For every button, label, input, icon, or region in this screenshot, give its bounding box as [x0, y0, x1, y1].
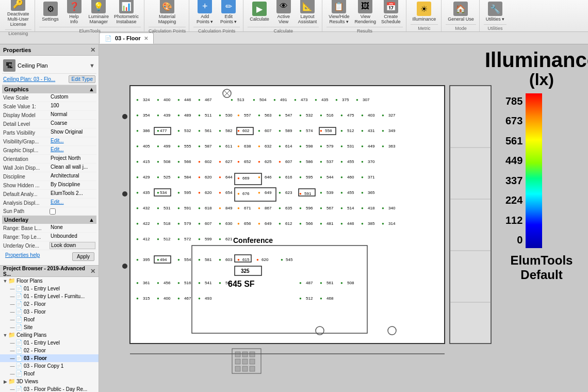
illuminance-button[interactable]: ☀ Illuminance: [411, 1, 438, 23]
svg-text:508: 508: [164, 159, 171, 164]
svg-text:589: 589: [285, 128, 292, 133]
apply-button[interactable]: Apply: [72, 252, 94, 261]
edit-type-button[interactable]: Edit Type: [69, 75, 95, 83]
tree-item[interactable]: — 📄 02 - Floor: [0, 300, 99, 308]
svg-text:494: 494: [160, 257, 167, 262]
graphics-collapse[interactable]: ▲: [89, 86, 94, 92]
tree-item[interactable]: — 📄 01 - Entry Level - Furnitu...: [0, 292, 99, 300]
underlay-ori-value[interactable]: Look down: [50, 242, 95, 249]
graphic-disp-edit-button[interactable]: Edit...: [50, 146, 95, 154]
general-use-button[interactable]: 🏠 General Use: [446, 1, 476, 23]
analysis-disp-edit-button[interactable]: Edit...: [50, 199, 95, 206]
svg-text:●: ●: [320, 281, 322, 285]
deactivate-button[interactable]: 🔑 DeactivateMulti-UserLicense: [5, 0, 31, 28]
detail-level-value[interactable]: Coarse: [50, 120, 95, 127]
photometric-button[interactable]: 📊 PhotometricInstabase: [112, 0, 141, 26]
tree-item[interactable]: ▼ 📁 Floor Plans: [0, 277, 99, 285]
material-mapping-button[interactable]: 🎨 MaterialMapping: [156, 0, 178, 26]
view-hide-button[interactable]: 📋 View/HideResults ▾: [326, 0, 351, 26]
svg-text:●: ●: [299, 159, 302, 164]
wall-join-row: Wall Join Disp... Clean all wall j...: [2, 164, 96, 172]
type-dropdown-arrow[interactable]: ▼: [89, 62, 95, 69]
display-model-value[interactable]: Normal: [50, 111, 95, 119]
tree-item[interactable]: — 📄 01 - Entry Level: [0, 285, 99, 292]
discipline-value[interactable]: Architectural: [50, 173, 95, 180]
add-points-button[interactable]: + AddPoints ▾: [193, 0, 216, 26]
tree-item-icon: 📄: [15, 308, 23, 315]
luminaire-manager-button[interactable]: 💡 LuminaireManager: [87, 0, 111, 26]
svg-text:386: 386: [143, 128, 150, 133]
create-schedule-button[interactable]: 📅 CreateSchedule: [379, 0, 403, 26]
tree-item[interactable]: — 📄 03 - Floor Copy 1: [0, 362, 99, 370]
utilities-button[interactable]: 🔧 Utilities ▾: [484, 1, 507, 23]
edit-points-button[interactable]: ✏ EditPoints ▾: [217, 0, 240, 26]
default-analy-value[interactable]: ElumTools 2...: [50, 190, 95, 198]
properties-help-link[interactable]: Properties help: [4, 252, 70, 261]
tree-item[interactable]: — 📄 Roof: [0, 316, 99, 323]
settings-button[interactable]: ⚙ Settings: [39, 1, 62, 23]
tree-item[interactable]: ▶ 📁 3D Views: [0, 378, 99, 385]
svg-text:●: ●: [320, 190, 322, 195]
tree-item[interactable]: — 📄 03 - Floor: [0, 308, 99, 316]
settings-label: Settings: [42, 17, 59, 22]
tree-item-label: Floor Plans: [17, 278, 43, 284]
svg-rect-1: [130, 86, 445, 344]
tree-item-label: 03 - Floor: [24, 309, 46, 315]
svg-text:587: 587: [205, 144, 212, 149]
range-top-value[interactable]: Unbounded: [50, 233, 95, 240]
tab-03-floor[interactable]: 📄 03 - Floor ✕: [99, 32, 154, 44]
svg-text:646: 646: [265, 175, 272, 179]
illuminance-bar-container: 785 673 561 449 337 224 112 0: [505, 93, 578, 248]
underlay-collapse[interactable]: ▲: [89, 217, 94, 223]
tree-item[interactable]: ▼ 📁 Ceiling Plans: [0, 331, 99, 339]
canvas-area[interactable]: ● 324 ● 400 ● 446 ● 467 ● 513 ● 504 ● 49…: [99, 44, 588, 392]
svg-text:●: ●: [219, 113, 221, 118]
view-scale-value[interactable]: Custom: [50, 94, 95, 101]
parts-visibility-value[interactable]: Show Original: [50, 129, 95, 136]
tree-item[interactable]: — 📄 Roof: [0, 370, 99, 378]
material-icon: 🎨: [160, 0, 174, 13]
view-rendering-button[interactable]: 🖼 ViewRendering: [353, 0, 379, 26]
layout-assistant-button[interactable]: 📐 LayoutAssistant: [296, 0, 319, 26]
svg-text:●: ●: [157, 175, 159, 179]
edit-points-label: EditPoints ▾: [220, 14, 237, 25]
svg-text:511: 511: [205, 113, 212, 118]
tree-item[interactable]: — 📄 03 - Floor Public - Day Re...: [0, 385, 99, 392]
range-base-value[interactable]: None: [50, 224, 95, 232]
svg-text:620: 620: [262, 257, 269, 262]
mode-section-label: Mode: [446, 24, 476, 31]
calculate-button[interactable]: ▶ Calculate: [248, 1, 271, 23]
help-button[interactable]: ❓ HelpInfo: [63, 0, 86, 26]
svg-text:475: 475: [347, 113, 354, 118]
svg-rect-305: [242, 352, 248, 357]
active-view-button[interactable]: 👁 ActiveView: [272, 0, 295, 26]
illuminance-scale: Illuminance (lx) 785 673 561 449 337 224…: [500, 50, 583, 282]
project-browser-close-button[interactable]: ✕: [90, 268, 95, 275]
tree-item[interactable]: — 📄 02 - Floor: [0, 347, 99, 354]
show-hidden-value[interactable]: By Discipline: [50, 182, 95, 189]
toolbar-group-calculate: ▶ Calculate 👁 ActiveView 📐 LayoutAssista…: [244, 0, 322, 31]
ceiling-plan-selector-label: Ceiling Plan: 03 - Flo...: [3, 76, 55, 82]
scale-value[interactable]: 100: [50, 103, 95, 110]
visibility-edit-button[interactable]: Edit...: [50, 138, 95, 145]
svg-point-302: [122, 264, 127, 269]
tree-item[interactable]: — 📄 Site: [0, 323, 99, 331]
svg-text:595: 595: [306, 175, 313, 179]
wall-join-value[interactable]: Clean all wall j...: [50, 164, 95, 171]
tree-item[interactable]: — 📄 01 - Entry Level: [0, 339, 99, 347]
svg-text:676: 676: [242, 191, 250, 196]
display-model-row: Display Model Normal: [2, 111, 96, 120]
svg-text:●: ●: [237, 206, 240, 210]
svg-text:525: 525: [164, 175, 171, 179]
orientation-value[interactable]: Project North: [50, 155, 95, 162]
svg-text:●: ●: [299, 175, 302, 179]
tab-close-button[interactable]: ✕: [144, 36, 148, 41]
range-base-label: Range: Base L...: [3, 225, 50, 231]
tree-item[interactable]: — 📄 03 - Floor: [0, 354, 99, 362]
properties-close-button[interactable]: ✕: [90, 46, 95, 54]
svg-text:●: ●: [198, 206, 201, 210]
svg-text:620: 620: [205, 190, 212, 195]
svg-text:●: ●: [177, 281, 180, 285]
sun-path-checkbox[interactable]: [50, 208, 56, 215]
tree-item-icon: 📁: [8, 378, 15, 385]
